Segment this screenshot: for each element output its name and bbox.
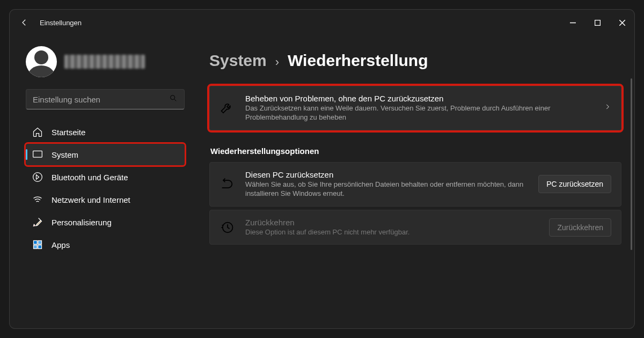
chevron-right-icon: ›: [275, 55, 279, 69]
sidebar-item-personalization[interactable]: Personalisierung: [26, 211, 185, 233]
titlebar: Einstellungen: [10, 10, 634, 35]
search-input[interactable]: [33, 95, 169, 104]
scrollbar[interactable]: [631, 78, 632, 250]
window-title: Einstellungen: [40, 19, 82, 27]
main-content: System › Wiederherstellung Beheben von P…: [192, 35, 634, 328]
sidebar-item-label: Apps: [52, 240, 70, 249]
svg-point-3: [33, 173, 42, 182]
breadcrumb-parent[interactable]: System: [209, 52, 267, 70]
chevron-right-icon: [604, 103, 611, 113]
reset-pc-button[interactable]: PC zurücksetzen: [538, 175, 611, 193]
home-icon: [32, 127, 43, 137]
wrench-icon: [219, 100, 235, 115]
sidebar-item-bluetooth[interactable]: Bluetooth und Geräte: [26, 166, 185, 188]
card-title: Beheben von Problemen, ohne den PC zurüc…: [245, 94, 593, 103]
minimize-button[interactable]: [560, 12, 585, 33]
sidebar-item-system[interactable]: System: [26, 144, 185, 165]
search-icon: [169, 94, 178, 105]
maximize-button[interactable]: [585, 12, 610, 33]
card-desc: Diese Option ist auf diesem PC nicht meh…: [245, 228, 538, 237]
section-title: Wiederherstellungsoptionen: [210, 146, 621, 156]
svg-point-1: [171, 95, 175, 100]
sidebar-item-label: System: [52, 150, 78, 159]
username-redacted: [64, 55, 145, 69]
go-back-button: Zurückkehren: [549, 218, 611, 237]
settings-window: Einstellungen Startseite: [10, 10, 634, 328]
close-button[interactable]: [610, 12, 634, 33]
sidebar: Startseite System Bluetooth und Geräte N…: [10, 35, 192, 328]
breadcrumb: System › Wiederherstellung: [209, 52, 621, 70]
user-profile[interactable]: [26, 46, 185, 77]
svg-rect-0: [595, 20, 600, 25]
brush-icon: [32, 217, 43, 227]
sidebar-item-label: Bluetooth und Geräte: [52, 173, 128, 182]
svg-rect-7: [38, 245, 42, 249]
history-icon: [219, 220, 235, 235]
window-controls: [560, 12, 634, 33]
avatar: [26, 46, 57, 77]
wifi-icon: [32, 194, 43, 205]
svg-rect-4: [34, 241, 38, 245]
sidebar-item-apps[interactable]: Apps: [26, 234, 185, 255]
reset-icon: [219, 177, 235, 192]
apps-icon: [32, 239, 43, 250]
breadcrumb-current: Wiederherstellung: [288, 52, 428, 70]
svg-rect-6: [34, 245, 38, 249]
bluetooth-icon: [32, 172, 43, 182]
sidebar-item-network[interactable]: Netzwerk und Internet: [26, 189, 185, 210]
card-troubleshoot[interactable]: Beheben von Problemen, ohne den PC zurüc…: [209, 86, 621, 130]
svg-rect-2: [33, 151, 42, 157]
card-title: Diesen PC zurücksetzen: [245, 170, 528, 179]
sidebar-item-label: Startseite: [52, 128, 85, 137]
nav: Startseite System Bluetooth und Geräte N…: [26, 121, 185, 255]
card-go-back: Zurückkehren Diese Option ist auf diesem…: [209, 210, 621, 245]
sidebar-item-home[interactable]: Startseite: [26, 121, 185, 143]
svg-rect-5: [38, 241, 42, 245]
sidebar-item-label: Personalisierung: [52, 218, 112, 227]
card-title: Zurückkehren: [245, 218, 538, 227]
card-desc: Wählen Sie aus, ob Sie Ihre persönlichen…: [245, 180, 528, 199]
card-reset-pc: Diesen PC zurücksetzen Wählen Sie aus, o…: [209, 162, 621, 207]
system-icon: [32, 149, 43, 160]
sidebar-item-label: Netzwerk und Internet: [52, 195, 130, 204]
back-icon[interactable]: [19, 18, 29, 27]
card-desc: Das Zurücksetzen kann eine Weile dauern.…: [245, 104, 593, 122]
search-box[interactable]: [26, 89, 185, 109]
